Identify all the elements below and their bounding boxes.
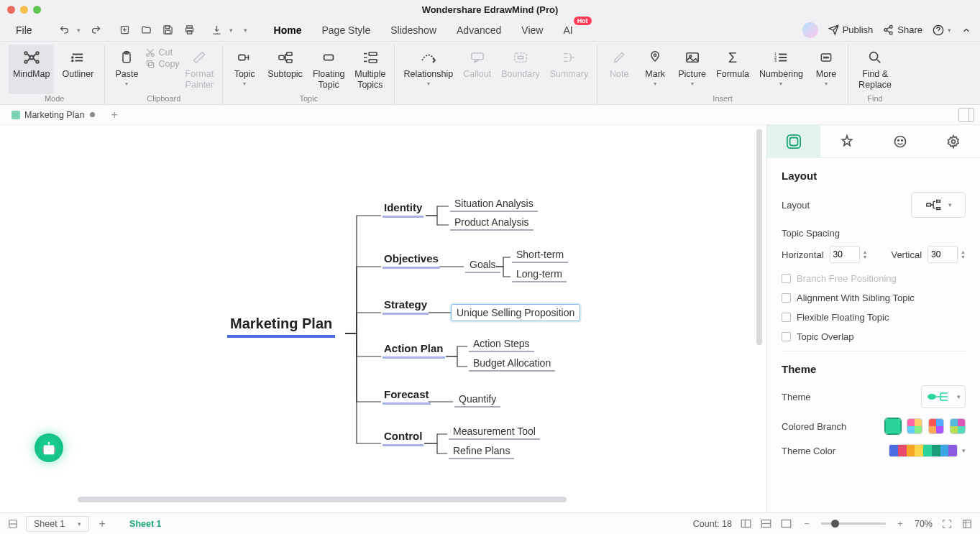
close-icon[interactable] <box>7 6 15 14</box>
new-icon[interactable] <box>116 21 134 40</box>
zoom-out-button[interactable]: − <box>801 519 812 529</box>
tab-home[interactable]: Home <box>273 22 303 39</box>
panel-toggle-icon[interactable] <box>958 108 974 122</box>
branch-control[interactable]: Control <box>383 430 423 446</box>
swatch-4[interactable] <box>950 418 966 434</box>
leaf-quantify[interactable]: Quantify <box>454 392 500 408</box>
leaf-refine-plans[interactable]: Refine Plans <box>449 444 514 459</box>
fit-screen-icon[interactable] <box>941 519 953 529</box>
redo-icon[interactable] <box>87 21 106 40</box>
outliner-mode-button[interactable]: Outliner <box>55 45 100 94</box>
panel-tab-icons[interactable] <box>874 125 927 157</box>
minimize-icon[interactable] <box>20 6 28 14</box>
document-tab[interactable]: Marketing Plan <box>6 107 101 123</box>
align-sibling-checkbox[interactable]: Alignment With Sibling Topic <box>782 293 966 303</box>
leaf-long-term[interactable]: Long-term <box>512 267 567 282</box>
tab-slideshow[interactable]: Slideshow <box>389 22 438 39</box>
root-node[interactable]: Marketing Plan <box>227 316 335 338</box>
tab-view[interactable]: View <box>520 22 544 39</box>
tab-page-style[interactable]: Page Style <box>320 22 372 39</box>
floating-topic-button[interactable]: Floating Topic <box>308 45 349 94</box>
avatar[interactable] <box>802 22 818 38</box>
more-dropdown[interactable]: ▾ <box>244 27 251 34</box>
theme-color-picker[interactable] <box>889 444 958 457</box>
leaf-measurement-tool[interactable]: Measurement Tool <box>449 425 540 440</box>
add-tab-button[interactable]: + <box>106 109 122 121</box>
panel-tab-style[interactable] <box>820 125 874 157</box>
numbering-button[interactable]: 123Numbering▾ <box>755 45 807 94</box>
paste-button[interactable]: Paste▾ <box>109 45 144 94</box>
branch-strategy[interactable]: Strategy <box>383 298 429 315</box>
horizontal-scrollbar[interactable] <box>13 497 764 504</box>
boundary-button[interactable]: Boundary <box>497 45 544 94</box>
leaf-product-analysis[interactable]: Product Analysis <box>450 216 533 231</box>
sheets-panel-icon[interactable] <box>7 519 19 529</box>
note-button[interactable]: Note <box>602 45 636 94</box>
swatch-2[interactable] <box>907 418 922 434</box>
ai-assistant-button[interactable] <box>35 433 63 462</box>
view-mode-2-icon[interactable] <box>761 519 772 528</box>
leaf-budget-allocation[interactable]: Budget Allocation <box>469 356 555 372</box>
mark-button[interactable]: Mark▾ <box>638 45 672 94</box>
canvas[interactable]: Marketing Plan Identity Situation Analys… <box>0 125 766 512</box>
print-icon[interactable] <box>180 21 199 40</box>
layout-dropdown[interactable]: ▾ <box>911 192 966 218</box>
branch-objectives[interactable]: Objectives <box>383 252 440 269</box>
zoom-slider[interactable] <box>821 523 886 525</box>
vertical-scrollbar[interactable] <box>756 129 764 474</box>
fullscreen-icon[interactable] <box>961 519 973 529</box>
sheet-dropdown[interactable]: Sheet 1▾ <box>26 516 89 532</box>
tab-advanced[interactable]: Advanced <box>455 22 503 39</box>
mindmap-mode-button[interactable]: MindMap <box>9 45 54 94</box>
leaf-goals[interactable]: Goals <box>465 258 500 273</box>
undo-dropdown[interactable]: ▾ <box>77 27 84 34</box>
add-sheet-button[interactable]: + <box>96 517 108 530</box>
view-mode-3-icon[interactable] <box>781 519 792 528</box>
relationship-button[interactable]: Relationship▾ <box>399 45 457 94</box>
tab-ai[interactable]: AI Hot <box>562 22 574 39</box>
format-painter-button[interactable]: Format Painter <box>181 45 219 94</box>
picture-button[interactable]: Picture▾ <box>674 45 710 94</box>
vertical-input[interactable] <box>928 246 958 263</box>
branch-action-plan[interactable]: Action Plan <box>383 342 445 359</box>
formula-button[interactable]: ΣFormula <box>712 45 754 94</box>
leaf-usp[interactable]: Unique Selling Proposition <box>451 304 580 321</box>
leaf-action-steps[interactable]: Action Steps <box>469 337 534 352</box>
save-icon[interactable] <box>159 21 178 40</box>
find-replace-button[interactable]: Find & Replace <box>853 45 897 94</box>
theme-color-dropdown[interactable]: ▾ <box>962 447 966 454</box>
undo-icon[interactable] <box>55 21 74 40</box>
publish-button[interactable]: Publish <box>828 24 874 35</box>
more-button[interactable]: More▾ <box>809 45 843 94</box>
subtopic-button[interactable]: Subtopic <box>263 45 307 94</box>
maximize-icon[interactable] <box>33 6 41 14</box>
collapse-ribbon-icon[interactable] <box>961 25 971 35</box>
copy-button[interactable]: Copy <box>145 59 179 69</box>
share-button[interactable]: Share <box>883 24 922 35</box>
sheet-tab[interactable]: Sheet 1 <box>115 517 175 531</box>
file-menu[interactable]: File <box>9 22 40 39</box>
horizontal-stepper[interactable]: ▲▼ <box>863 249 868 259</box>
panel-tab-settings[interactable] <box>927 125 980 157</box>
theme-dropdown[interactable]: ▾ <box>921 385 966 408</box>
callout-button[interactable]: Callout <box>459 45 495 94</box>
swatch-1[interactable] <box>885 418 901 434</box>
zoom-in-button[interactable]: + <box>894 519 906 529</box>
leaf-short-term[interactable]: Short-term <box>512 248 568 263</box>
export-icon[interactable] <box>208 21 226 40</box>
vertical-stepper[interactable]: ▲▼ <box>961 249 966 259</box>
export-dropdown[interactable]: ▾ <box>229 27 237 34</box>
leaf-situation-analysis[interactable]: Situation Analysis <box>450 197 538 212</box>
topic-button[interactable]: Topic▾ <box>227 45 262 94</box>
cut-button[interactable]: Cut <box>145 47 179 57</box>
help-button[interactable]: ▾ <box>933 24 951 36</box>
view-mode-1-icon[interactable] <box>741 519 752 528</box>
topic-overlap-checkbox[interactable]: Topic Overlap <box>782 331 966 342</box>
flexible-floating-checkbox[interactable]: Flexible Floating Topic <box>782 312 966 323</box>
branch-forecast[interactable]: Forecast <box>383 388 431 405</box>
summary-button[interactable]: Summary <box>546 45 592 94</box>
open-icon[interactable] <box>137 21 156 40</box>
panel-tab-layout[interactable] <box>767 125 820 157</box>
swatch-3[interactable] <box>928 418 944 434</box>
multiple-topics-button[interactable]: Multiple Topics <box>350 45 390 94</box>
